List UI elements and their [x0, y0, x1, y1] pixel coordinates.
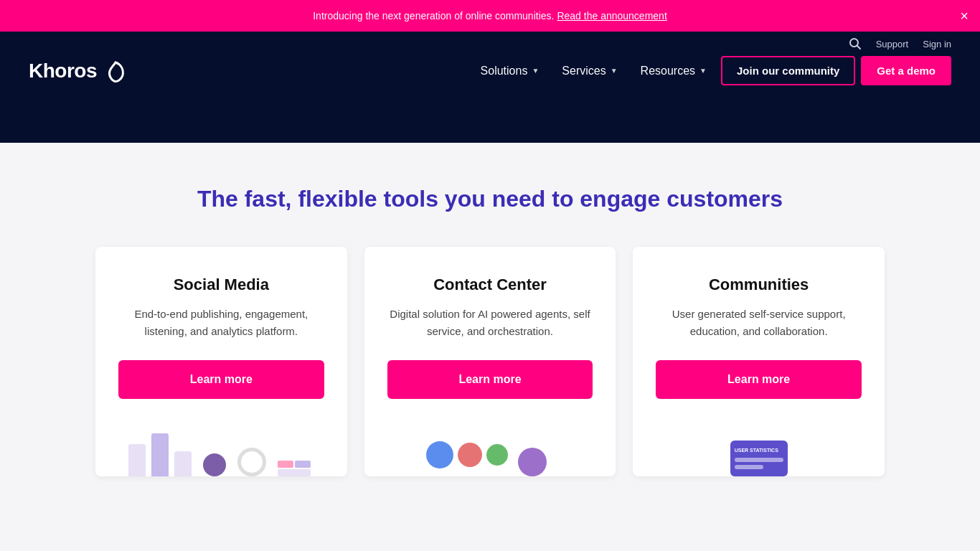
- communities-card: Communities User generated self-service …: [633, 247, 885, 476]
- announcement-text: Introducing the next generation of onlin…: [313, 10, 554, 22]
- logo[interactable]: Khoros: [29, 57, 128, 85]
- communities-illustration: USER STATISTICS: [656, 419, 862, 476]
- cards-grid: Social Media End-to-end publishing, enga…: [95, 247, 885, 476]
- main-content: The fast, flexible tools you need to eng…: [0, 143, 980, 505]
- get-demo-button[interactable]: Get a demo: [861, 56, 951, 85]
- contact-center-learn-more-button[interactable]: Learn more: [387, 360, 593, 399]
- social-media-card: Social Media End-to-end publishing, enga…: [95, 247, 347, 476]
- solutions-chevron-icon: ▼: [532, 67, 539, 75]
- social-media-learn-more-button[interactable]: Learn more: [118, 360, 324, 399]
- communities-title: Communities: [709, 276, 809, 294]
- announcement-bar: Introducing the next generation of onlin…: [0, 0, 980, 32]
- announcement-close-button[interactable]: ×: [960, 9, 969, 23]
- section-title: The fast, flexible tools you need to eng…: [29, 186, 951, 212]
- social-media-description: End-to-end publishing, engagement, liste…: [118, 306, 324, 340]
- nav-solutions[interactable]: Solutions ▼: [472, 59, 548, 83]
- search-button[interactable]: [849, 37, 862, 50]
- nav-resources[interactable]: Resources ▼: [632, 59, 715, 83]
- signin-link[interactable]: Sign in: [923, 39, 951, 50]
- communities-description: User generated self-service support, edu…: [656, 306, 862, 340]
- main-nav: Khoros Solutions ▼ Services ▼ Resources …: [0, 56, 980, 100]
- services-chevron-icon: ▼: [611, 67, 618, 75]
- contact-center-description: Digital solution for AI powered agents, …: [387, 306, 593, 340]
- svg-line-1: [857, 46, 860, 50]
- support-link[interactable]: Support: [876, 39, 909, 50]
- join-community-button[interactable]: Join our community: [721, 56, 855, 85]
- announcement-link[interactable]: Read the announcement: [557, 10, 666, 22]
- logo-text: Khoros: [29, 60, 97, 83]
- nav-services[interactable]: Services ▼: [553, 59, 626, 83]
- contact-center-title: Contact Center: [433, 276, 547, 294]
- nav-items: Solutions ▼ Services ▼ Resources ▼ Join …: [472, 56, 951, 85]
- social-media-title: Social Media: [174, 276, 269, 294]
- resources-chevron-icon: ▼: [699, 67, 707, 75]
- header-top: Support Sign in: [0, 32, 980, 56]
- contact-center-illustration: [387, 419, 593, 476]
- hero-area: [0, 100, 980, 143]
- social-media-illustration: [118, 419, 324, 476]
- communities-learn-more-button[interactable]: Learn more: [656, 360, 862, 399]
- contact-center-card: Contact Center Digital solution for AI p…: [364, 247, 616, 476]
